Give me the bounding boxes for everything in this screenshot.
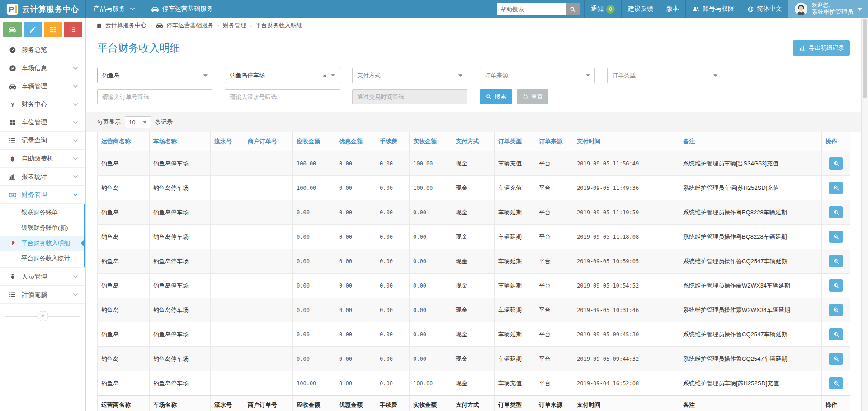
brand-logo[interactable]: P 云计算服务中心	[0, 0, 86, 18]
page-size-select[interactable]: 10	[125, 116, 151, 128]
sidebar-collapse-row: «	[0, 307, 85, 326]
chevron-down-icon	[73, 103, 78, 106]
breadcrumb-item-4[interactable]: 平台财务收入明细	[255, 21, 302, 29]
view-detail-button[interactable]	[829, 157, 843, 170]
table-cell: 现金	[452, 298, 495, 322]
order-type-select[interactable]: 订单类型	[607, 68, 722, 83]
column-header[interactable]: 操作	[822, 132, 850, 151]
table-cell: 0.00	[376, 274, 410, 298]
column-header[interactable]: 应收金额	[293, 132, 335, 151]
sidebar-collapse-button[interactable]: «	[38, 311, 48, 321]
table-cell	[244, 200, 293, 225]
sidebar-item-4[interactable]: ¥财务中心	[0, 95, 85, 113]
sidebar-subitem-label: 平台财务收入明细	[21, 239, 70, 247]
table-cell: 2019-09-04 16:52:08	[573, 371, 679, 396]
view-detail-button[interactable]	[829, 353, 843, 365]
actions-cell	[822, 249, 850, 274]
table-cell	[211, 225, 244, 249]
sidebar-item-3[interactable]: 车辆管理	[0, 77, 85, 95]
parklot-select[interactable]: 钓鱼岛停车场×	[225, 68, 340, 83]
quick-grid-button[interactable]	[44, 22, 62, 37]
table-cell: 2019-09-05 09:45:30	[573, 322, 679, 347]
top-navbar: P 云计算服务中心 产品与服务停车运营基础服务 通知 0 建议反馈 版本 账号与…	[0, 0, 868, 18]
view-detail-button[interactable]	[829, 206, 843, 218]
table-cell: 0.00	[293, 200, 335, 225]
sidebar-item-label: 财务中心	[22, 100, 47, 109]
scrollbar-thumb[interactable]	[863, 19, 867, 98]
column-header[interactable]: 运营商名称	[98, 132, 150, 151]
sidebar-item-9[interactable]: 财务管理	[0, 186, 85, 204]
view-detail-button[interactable]	[829, 255, 843, 267]
view-detail-button[interactable]	[829, 304, 843, 316]
nav-menu-item-2[interactable]: 停车运营基础服务	[143, 0, 221, 18]
sidebar-item-2[interactable]: P车场信息	[0, 59, 85, 77]
quick-car-button[interactable]	[3, 22, 22, 37]
sidebar-subitem-1[interactable]: 银联财务账单	[0, 205, 84, 220]
order-source-select[interactable]: 订单来源	[480, 68, 595, 83]
quick-pencil-button[interactable]	[24, 22, 42, 37]
help-search-input[interactable]	[497, 3, 566, 15]
view-detail-button[interactable]	[829, 182, 843, 194]
column-header[interactable]: 订单类型	[495, 132, 535, 151]
sidebar-subitem-4[interactable]: 平台财务收入统计	[0, 251, 84, 266]
table-cell: 0.00	[410, 200, 452, 225]
view-detail-button[interactable]	[829, 231, 843, 243]
search-button[interactable]: 搜索	[480, 89, 512, 104]
grid4-icon	[8, 119, 17, 126]
serial-no-input[interactable]	[225, 89, 340, 104]
column-header[interactable]: 实收金额	[410, 132, 452, 151]
column-header[interactable]: 订单来源	[535, 132, 573, 151]
sidebar-subitem-2[interactable]: 银联财务账单(新)	[0, 220, 84, 236]
sidebar-item-10[interactable]: 人员管理	[0, 268, 85, 286]
notifications-button[interactable]: 通知 0	[584, 0, 621, 18]
payment-method-select[interactable]: 支付方式	[352, 68, 467, 83]
sidebar-item-8[interactable]: 报表统计	[0, 168, 85, 186]
table-row: 钓鱼岛钓鱼岛停车场0.000.000.000.00现金车辆延期平台2019-09…	[98, 249, 850, 274]
caret-down-icon	[713, 74, 717, 77]
column-header[interactable]: 支付方式	[452, 132, 495, 151]
language-button[interactable]: 简体中文	[741, 0, 788, 18]
sidebar-item-1[interactable]: 服务总览	[0, 41, 85, 59]
user-menu[interactable]: 欢迎您, 系统维护管理员	[788, 0, 868, 18]
breadcrumb-item-2[interactable]: 停车运营基础服务	[156, 21, 213, 29]
footer-column-header: 支付时间	[573, 396, 679, 411]
table-cell: 现金	[452, 200, 495, 225]
nav-menu-item-1[interactable]: 产品与服务	[86, 0, 143, 18]
column-header[interactable]: 手续费	[376, 132, 410, 151]
feedback-button[interactable]: 建议反馈	[621, 0, 660, 18]
view-detail-button[interactable]	[829, 328, 843, 340]
column-header[interactable]: 备注	[679, 132, 822, 151]
clear-selection-icon[interactable]: ×	[323, 72, 326, 79]
breadcrumb-item-3[interactable]: 财务管理	[223, 21, 246, 29]
version-button[interactable]: 版本	[660, 0, 685, 18]
table-cell: 2019-09-05 11:19:59	[573, 200, 679, 225]
sidebar-item-7[interactable]: ฿自助缴费机	[0, 150, 85, 168]
table-cell: 0.00	[335, 322, 376, 347]
operator-select[interactable]: 钓鱼岛	[97, 68, 212, 83]
reset-button[interactable]: 重置	[517, 89, 548, 104]
select-value: 订单来源	[485, 71, 508, 80]
table-cell: 现金	[452, 322, 495, 347]
column-header[interactable]: 车场名称	[150, 132, 211, 151]
table-cell: 钓鱼岛停车场	[150, 274, 211, 298]
page-scrollbar[interactable]	[861, 18, 868, 411]
account-permissions-button[interactable]: 账号与权限	[685, 0, 741, 18]
view-detail-button[interactable]	[829, 279, 843, 292]
sidebar-item-6[interactable]: 记录查询	[0, 132, 85, 150]
help-search-button[interactable]	[566, 3, 580, 15]
column-header[interactable]: 商户订单号	[244, 132, 293, 151]
export-records-button[interactable]: 导出明细记录	[793, 40, 850, 56]
order-no-input[interactable]	[97, 89, 212, 104]
table-cell: 2019-09-05 09:44:32	[573, 347, 679, 371]
table-row: 钓鱼岛钓鱼岛停车场0.000.000.000.00现金车辆延期平台2019-09…	[98, 274, 850, 298]
view-detail-button[interactable]	[829, 377, 843, 389]
sidebar-item-11[interactable]: 計價電腦	[0, 286, 85, 304]
sidebar-item-5[interactable]: 车位管理	[0, 113, 85, 132]
column-header[interactable]: 支付时间	[573, 132, 679, 151]
column-header[interactable]: 流水号	[211, 132, 244, 151]
sidebar-subitem-3[interactable]: 平台财务收入明细	[0, 236, 84, 251]
breadcrumb-item-1[interactable]: 云计算服务中心	[96, 21, 146, 29]
column-header[interactable]: 优惠金额	[335, 132, 376, 151]
quick-list-button[interactable]	[64, 22, 82, 37]
trade-time-input[interactable]	[352, 89, 467, 104]
